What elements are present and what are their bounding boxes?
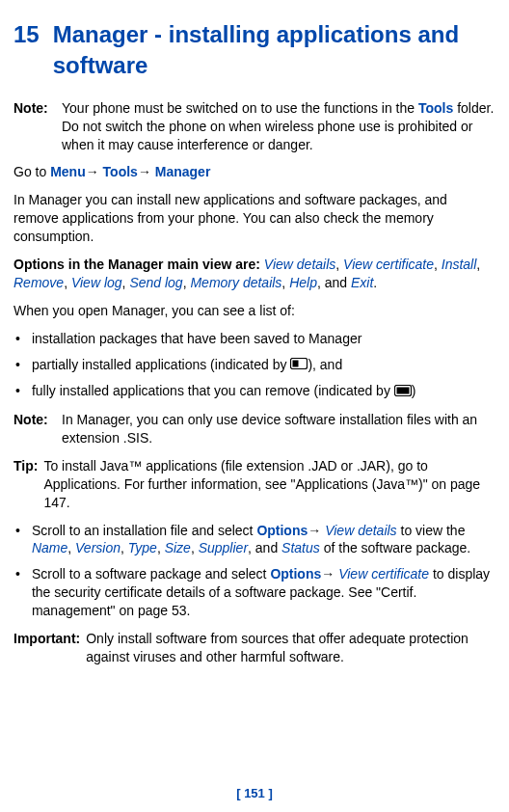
note-label: Note: bbox=[13, 99, 54, 154]
view-certificate-link: View certificate bbox=[338, 566, 429, 582]
note-label: Note: bbox=[13, 411, 54, 447]
list-item: • Scroll to a software package and selec… bbox=[13, 565, 496, 620]
arrow-icon: → bbox=[308, 523, 325, 538]
arrow-icon: → bbox=[86, 163, 99, 181]
partial-install-icon bbox=[290, 356, 308, 374]
bullet-icon: • bbox=[15, 522, 20, 558]
b2-pre: partially installed applications (indica… bbox=[32, 357, 290, 372]
chapter-number: 15 bbox=[13, 19, 40, 50]
menu-link: Menu bbox=[50, 164, 86, 179]
bullet-text: installation packages that have been sav… bbox=[32, 330, 496, 348]
bullet-icon: • bbox=[15, 330, 20, 348]
option-item: Send log bbox=[129, 275, 182, 290]
bullet-text: fully installed applications that you ca… bbox=[32, 382, 496, 401]
option-item: Help bbox=[289, 275, 317, 290]
b22-pre: Scroll to a software package and select bbox=[32, 566, 270, 582]
sep: , bbox=[335, 257, 343, 272]
bullet-icon: • bbox=[15, 382, 20, 401]
note-block-1: Note: Your phone must be switched on to … bbox=[13, 99, 496, 154]
bullet-icon: • bbox=[15, 565, 20, 620]
and-text: and bbox=[325, 275, 347, 290]
goto-prefix: Go to bbox=[13, 164, 50, 179]
option-item: Memory details bbox=[190, 275, 281, 290]
tools-link-2: Tools bbox=[103, 164, 138, 179]
b3-pre: fully installed applications that you ca… bbox=[32, 383, 394, 398]
list-item: • Scroll to an installation file and sel… bbox=[13, 522, 496, 558]
chapter-title: 15 Manager - installing applications and… bbox=[13, 19, 496, 82]
b21-mid: to view the bbox=[397, 523, 466, 538]
list-item: • fully installed applications that you … bbox=[13, 382, 496, 401]
note1-pre: Your phone must be switched on to use th… bbox=[62, 100, 418, 116]
b3-post: ) bbox=[412, 383, 416, 398]
goto-line: Go to Menu→ Tools→ Manager bbox=[13, 163, 496, 181]
manager-link: Manager bbox=[155, 164, 211, 179]
options-paragraph: Options in the Manager main view are: Vi… bbox=[13, 256, 496, 292]
option-item: Exit bbox=[351, 275, 373, 290]
note-block-2: Note: In Manager, you can only use devic… bbox=[13, 411, 496, 447]
full-install-icon bbox=[394, 383, 412, 401]
tip-block: Tip: To install Java™ applications (file… bbox=[13, 457, 496, 512]
and-text: and bbox=[255, 540, 278, 555]
bullet-text: Scroll to an installation file and selec… bbox=[32, 522, 496, 558]
b21-pre: Scroll to an installation file and selec… bbox=[32, 523, 256, 538]
intro-paragraph: In Manager you can install new applicati… bbox=[13, 191, 496, 246]
field-item: Supplier bbox=[199, 540, 248, 555]
important-label: Important: bbox=[13, 630, 80, 666]
list-intro: When you open Manager, you can see a lis… bbox=[13, 302, 496, 320]
bullet-text: partially installed applications (indica… bbox=[32, 356, 496, 375]
options-link: Options bbox=[256, 523, 308, 538]
view-details-link: View details bbox=[325, 523, 396, 538]
sep: , bbox=[281, 275, 289, 290]
options-link: Options bbox=[270, 566, 321, 582]
list-item: • partially installed applications (indi… bbox=[13, 356, 496, 375]
sep: , bbox=[476, 257, 480, 272]
bullet-list-1: • installation packages that have been s… bbox=[13, 330, 496, 401]
list-item: • installation packages that have been s… bbox=[13, 330, 496, 348]
option-item: Install bbox=[442, 257, 477, 272]
option-item: View details bbox=[264, 257, 335, 272]
option-item: View log bbox=[71, 275, 122, 290]
field-item: Status bbox=[281, 540, 320, 555]
option-item: View certificate bbox=[343, 257, 434, 272]
tip-label: Tip: bbox=[13, 457, 38, 512]
options-prefix: Options in the Manager main view are: bbox=[13, 257, 264, 272]
option-item: Remove bbox=[13, 275, 64, 290]
arrow-icon: → bbox=[138, 163, 151, 181]
svg-rect-1 bbox=[293, 361, 299, 367]
field-item: Version bbox=[75, 540, 121, 555]
bullet-icon: • bbox=[15, 356, 20, 375]
sep: , bbox=[434, 257, 442, 272]
bullet-text: Scroll to a software package and select … bbox=[32, 565, 496, 620]
important-body: Only install software from sources that … bbox=[86, 630, 496, 666]
tools-link: Tools bbox=[418, 100, 453, 116]
b2-post: ), and bbox=[308, 357, 342, 372]
note-body: In Manager, you can only use device soft… bbox=[62, 411, 496, 447]
field-item: Type bbox=[128, 540, 157, 555]
svg-rect-3 bbox=[396, 388, 409, 394]
sep: , bbox=[317, 275, 325, 290]
page-number: [ 151 ] bbox=[0, 785, 509, 802]
bullet-list-2: • Scroll to an installation file and sel… bbox=[13, 522, 496, 620]
sep: , bbox=[64, 275, 71, 290]
field-item: Name bbox=[32, 540, 67, 555]
chapter-heading-text: Manager - installing applications and so… bbox=[53, 19, 496, 82]
important-block: Important: Only install software from so… bbox=[13, 630, 496, 666]
arrow-icon: → bbox=[321, 566, 338, 582]
note-body: Your phone must be switched on to use th… bbox=[62, 99, 496, 154]
field-item: Size bbox=[165, 540, 191, 555]
tip-body: To install Java™ applications (file exte… bbox=[43, 457, 496, 512]
b21-post: of the software package. bbox=[320, 540, 470, 555]
